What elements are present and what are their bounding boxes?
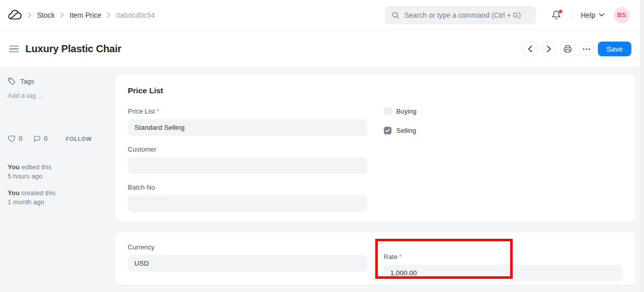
social-row: 0 · 0 FOLLOW xyxy=(8,135,92,142)
chevron-right-icon xyxy=(28,12,31,18)
page-header: Luxury Plastic Chair Save xyxy=(0,30,640,68)
price-list-input[interactable]: Standard Selling xyxy=(128,119,367,136)
activity-action: created this xyxy=(21,189,55,197)
chevron-down-icon xyxy=(599,13,604,17)
breadcrumb-item-current: 0abdcd0c54 xyxy=(116,11,155,19)
document-sidebar: Tags Add a tag ... 0 · 0 FOLLOW You edit… xyxy=(0,68,115,292)
dot-separator: · xyxy=(26,135,28,142)
rate-input[interactable]: 1,000.00 xyxy=(384,265,623,281)
chevron-right-icon xyxy=(107,12,111,18)
page-actions: Save xyxy=(523,42,631,56)
activity-log: You edited this 5 hours ago You created … xyxy=(8,163,108,207)
tag-icon xyxy=(8,77,16,85)
search-input[interactable]: Search or type a command (Ctrl + G) xyxy=(385,6,536,24)
chevron-right-icon xyxy=(60,12,64,18)
print-button[interactable] xyxy=(560,42,575,56)
activity-user: You xyxy=(8,163,20,171)
field-label: Price List* xyxy=(128,107,367,115)
breadcrumb-item-item-price[interactable]: Item Price xyxy=(69,11,101,19)
next-document-button[interactable] xyxy=(542,42,556,56)
tags-label: Tags xyxy=(20,78,34,85)
like-count: 0 xyxy=(19,135,22,142)
field-label: Batch No xyxy=(128,184,367,191)
activity-item: You created this 1 month ago xyxy=(8,189,108,207)
sidebar-divider xyxy=(8,154,92,155)
notification-badge xyxy=(559,10,562,13)
search-placeholder: Search or type a command (Ctrl + G) xyxy=(404,11,521,19)
add-tag-input[interactable]: Add a tag ... xyxy=(8,92,108,99)
field-label: Currency xyxy=(128,243,367,251)
activity-time: 1 month ago xyxy=(8,198,108,207)
required-marker: * xyxy=(156,107,159,115)
buying-label: Buying xyxy=(397,107,417,115)
ellipsis-icon xyxy=(583,48,590,50)
selling-label: Selling xyxy=(397,127,416,134)
scrollbar-track[interactable] xyxy=(640,0,644,292)
selling-checkbox-row[interactable]: Selling xyxy=(384,127,623,134)
more-options-button[interactable] xyxy=(579,42,594,56)
activity-item: You edited this 5 hours ago xyxy=(8,163,108,181)
price-list-section-card: Price List Price List* Standard Selling … xyxy=(115,74,635,222)
app-logo-icon[interactable] xyxy=(7,8,22,22)
sidebar-toggle-icon[interactable] xyxy=(8,44,20,55)
breadcrumb-item-stock[interactable]: Stock xyxy=(37,11,55,19)
batch-no-field: Batch No xyxy=(128,184,367,212)
heart-icon[interactable] xyxy=(8,135,16,142)
currency-field: Currency USD xyxy=(128,243,367,281)
buying-checkbox-row[interactable]: Buying xyxy=(384,107,623,115)
avatar[interactable]: BS xyxy=(614,7,630,23)
buying-checkbox[interactable] xyxy=(384,107,391,115)
price-list-field: Price List* Standard Selling xyxy=(128,107,367,136)
form-column-right: Buying Selling xyxy=(384,107,623,212)
activity-user: You xyxy=(8,189,20,197)
notifications-bell-icon[interactable] xyxy=(551,10,561,20)
selling-checkbox[interactable] xyxy=(384,127,391,134)
top-navbar: Stock Item Price 0abdcd0c54 Search or ty… xyxy=(0,0,640,30)
required-marker: * xyxy=(399,253,402,261)
search-icon xyxy=(391,11,400,19)
comment-count: 0 xyxy=(44,135,48,142)
section-title: Price List xyxy=(128,86,623,95)
navbar-divider xyxy=(571,9,572,21)
rate-section-card: Currency USD Rate* 1,000.00 xyxy=(115,232,635,285)
rate-field: Rate* 1,000.00 xyxy=(384,253,623,281)
customer-field: Customer xyxy=(128,145,367,174)
checkmark-icon xyxy=(385,129,390,132)
field-label: Rate* xyxy=(384,253,623,261)
follow-button[interactable]: FOLLOW xyxy=(66,136,92,142)
activity-time: 5 hours ago xyxy=(8,172,108,181)
breadcrumb: Stock Item Price 0abdcd0c54 xyxy=(28,11,155,19)
comment-icon[interactable] xyxy=(33,135,41,142)
activity-action: edited this xyxy=(21,163,51,171)
help-menu[interactable]: Help xyxy=(581,11,604,19)
tags-section: Tags xyxy=(8,77,108,85)
save-button[interactable]: Save xyxy=(598,42,631,56)
form-column-left: Price List* Standard Selling Customer Ba… xyxy=(128,107,367,212)
field-label: Customer xyxy=(128,145,367,153)
currency-input[interactable]: USD xyxy=(128,255,367,272)
batch-no-input[interactable] xyxy=(128,195,367,212)
page-title: Luxury Plastic Chair xyxy=(25,43,121,55)
customer-input[interactable] xyxy=(128,157,367,174)
prev-document-button[interactable] xyxy=(523,42,538,56)
help-label: Help xyxy=(581,11,595,19)
